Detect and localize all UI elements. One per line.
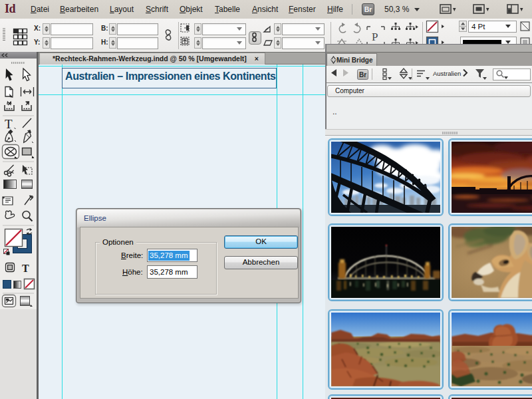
svg-text:P: P xyxy=(372,31,378,43)
svg-text:Australien: Australien xyxy=(433,70,461,77)
svg-text:T: T xyxy=(5,117,13,131)
svg-text:4 Pt: 4 Pt xyxy=(471,23,485,31)
svg-text:Br: Br xyxy=(359,71,366,78)
svg-text:T: T xyxy=(22,263,29,274)
